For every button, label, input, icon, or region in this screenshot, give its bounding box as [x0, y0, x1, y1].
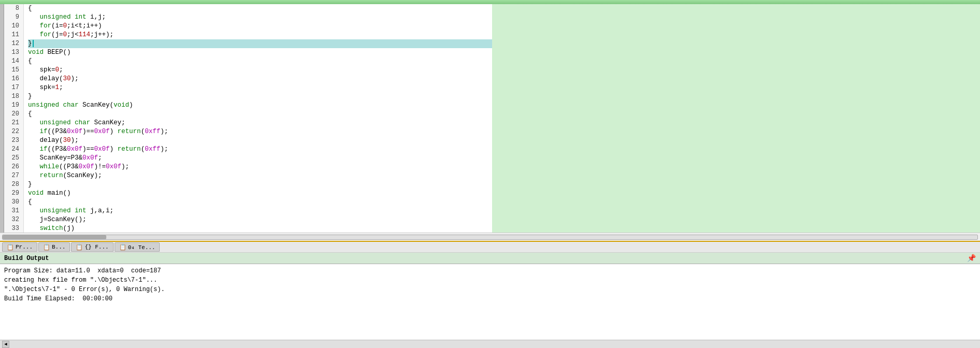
- code-line: }: [28, 180, 492, 189]
- editor-scrollbar[interactable]: [0, 233, 980, 241]
- tab-item[interactable]: 📋Pr...: [2, 242, 37, 252]
- line-number: 8: [4, 4, 21, 13]
- scrollbar-thumb[interactable]: [3, 235, 106, 239]
- line-number: 18: [4, 92, 21, 101]
- line-number: 14: [4, 57, 21, 66]
- line-number: 10: [4, 22, 21, 31]
- code-content[interactable]: { unsigned int i,j; for(i=0;i<t;i++) for…: [24, 4, 492, 233]
- scroll-left-arrow[interactable]: ◀: [2, 341, 9, 348]
- line-number: 26: [4, 163, 21, 171]
- code-line: unsigned char ScanKey(void): [28, 101, 492, 110]
- tab-item[interactable]: 📋0₄ Te...: [115, 242, 160, 252]
- tab-bar: 📋Pr...📋B...📋{} F...📋0₄ Te...: [0, 241, 980, 252]
- build-output-line: creating hex file from ".\Objects\7-1"..…: [4, 276, 976, 285]
- tab-label: Pr...: [16, 244, 33, 250]
- code-line: {: [28, 57, 492, 66]
- right-area: [492, 4, 980, 233]
- code-line: {: [28, 198, 492, 207]
- pin-icon[interactable]: 📌: [967, 254, 976, 263]
- code-line: delay(30);: [28, 75, 492, 83]
- tab-label: B...: [52, 244, 65, 250]
- code-line: return(ScanKey);: [28, 171, 492, 180]
- code-panel: 8910111213141516171819202122232425262728…: [4, 4, 492, 233]
- code-line: if((P3&0x0f)==0x0f) return(0xff);: [28, 127, 492, 136]
- code-line: ScanKey=P3&0x0f;: [28, 154, 492, 163]
- line-number: 12: [4, 39, 21, 48]
- code-line: unsigned int j,a,i;: [28, 207, 492, 215]
- build-output-line: Program Size: data=11.0 xdata=0 code=187: [4, 266, 976, 276]
- code-line: switch(j): [28, 224, 492, 233]
- line-number: 28: [4, 180, 21, 189]
- line-number: 17: [4, 83, 21, 92]
- template-icon: 📋: [119, 243, 127, 251]
- code-line: spk=0;: [28, 66, 492, 75]
- line-number: 24: [4, 145, 21, 154]
- line-number: 32: [4, 215, 21, 224]
- tab-item[interactable]: 📋{} F...: [71, 242, 113, 252]
- line-number: 33: [4, 224, 21, 233]
- code-line: {: [28, 4, 492, 13]
- build-output-title: Build Output: [4, 255, 49, 262]
- line-number: 15: [4, 66, 21, 75]
- line-number: 29: [4, 189, 21, 198]
- top-green-bar: [0, 0, 980, 4]
- line-number: 9: [4, 13, 21, 22]
- code-line: }: [28, 92, 492, 101]
- book-icon: 📋: [43, 243, 50, 251]
- build-output-panel: Build Output 📌 Program Size: data=11.0 x…: [0, 252, 980, 348]
- code-line: void BEEP(): [28, 48, 492, 57]
- build-output-line: ".\Objects\7-1" - 0 Error(s), 0 Warning(…: [4, 285, 976, 294]
- code-line: unsigned int i,j;: [28, 13, 492, 22]
- code-line: j=ScanKey();: [28, 215, 492, 224]
- code-line: void main(): [28, 189, 492, 198]
- code-line: for(j=0;j<114;j++);: [28, 31, 492, 39]
- line-number: 31: [4, 207, 21, 215]
- text-cursor: [33, 40, 34, 47]
- line-number: 11: [4, 31, 21, 39]
- line-number: 22: [4, 127, 21, 136]
- code-line: while((P3&0x0f)!=0x0f);: [28, 163, 492, 171]
- code-line: {: [28, 110, 492, 119]
- project-icon: 📋: [7, 243, 14, 251]
- line-number: 27: [4, 171, 21, 180]
- code-line: }: [28, 39, 492, 48]
- build-output-bottom: ◀: [0, 340, 980, 348]
- code-line: spk=1;: [28, 83, 492, 92]
- line-number: 23: [4, 136, 21, 145]
- code-line: unsigned char ScanKey;: [28, 119, 492, 127]
- build-output-header: Build Output 📌: [0, 253, 980, 264]
- line-number: 30: [4, 198, 21, 207]
- line-number: 25: [4, 154, 21, 163]
- tab-item[interactable]: 📋B...: [38, 242, 70, 252]
- left-sidebar: [0, 4, 4, 233]
- code-line: delay(30);: [28, 136, 492, 145]
- build-output-empty-line: [4, 303, 976, 313]
- line-number: 20: [4, 110, 21, 119]
- code-line: for(i=0;i<t;i++): [28, 22, 492, 31]
- build-output-content[interactable]: Program Size: data=11.0 xdata=0 code=187…: [0, 264, 980, 340]
- line-number: 21: [4, 119, 21, 127]
- tab-label: 0₄ Te...: [128, 244, 156, 251]
- function-icon: 📋: [76, 243, 83, 251]
- tab-label: {} F...: [85, 244, 108, 250]
- scrollbar-track[interactable]: [2, 235, 978, 240]
- editor-container: 8910111213141516171819202122232425262728…: [0, 4, 980, 233]
- line-numbers: 8910111213141516171819202122232425262728…: [4, 4, 24, 233]
- build-output-line: Build Time Elapsed: 00:00:00: [4, 294, 976, 303]
- line-number: 19: [4, 101, 21, 110]
- line-number: 16: [4, 75, 21, 83]
- line-number: 13: [4, 48, 21, 57]
- code-line: if((P3&0x0f)==0x0f) return(0xff);: [28, 145, 492, 154]
